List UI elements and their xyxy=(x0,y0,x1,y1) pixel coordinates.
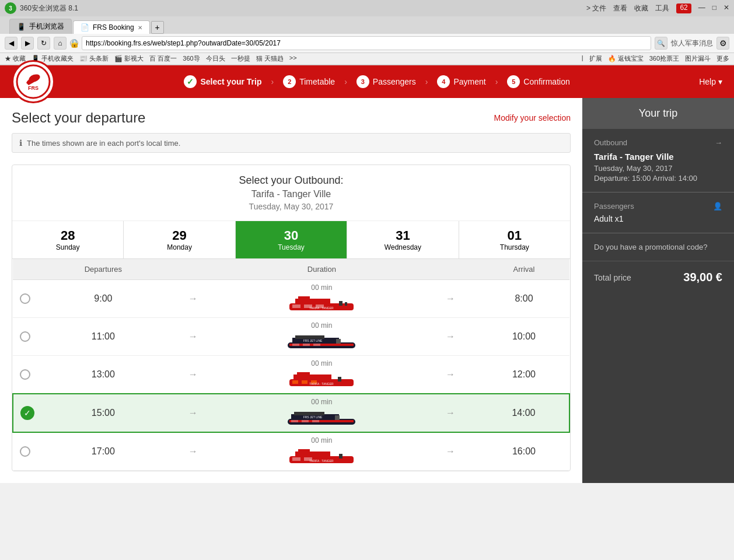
adult-count: Adult x1 xyxy=(594,214,722,223)
depart-time-5: 17:00 xyxy=(41,432,165,471)
date-tab-29[interactable]: 29 Monday xyxy=(124,221,235,258)
address-bar[interactable] xyxy=(82,36,651,50)
step-navigation: ✓ Select your Trip › 2 Timetable › 3 Pas… xyxy=(55,75,699,88)
radio-3[interactable] xyxy=(13,356,41,394)
svg-rect-8 xyxy=(292,304,300,308)
bookmark-baidu[interactable]: 百 百度一 xyxy=(149,54,177,63)
menu-item-file[interactable]: > 文件 xyxy=(586,4,606,13)
window-minimize[interactable]: — xyxy=(698,4,705,13)
schedule-row-5[interactable]: 17:00 → 00 min xyxy=(13,432,569,471)
menu-item-favorites[interactable]: 收藏 xyxy=(634,4,648,13)
frs-logo[interactable]: FRS xyxy=(12,60,55,103)
check-button-4[interactable]: ✓ xyxy=(20,406,34,420)
info-icon: ℹ xyxy=(19,138,22,148)
radio-button-2[interactable] xyxy=(20,331,30,342)
svg-text:FRS JET LINE: FRS JET LINE xyxy=(303,339,323,342)
extension-item[interactable]: 扩展 xyxy=(589,54,602,63)
bookmark-jinrih[interactable]: 今日头 xyxy=(206,54,225,63)
step-2-label: Timetable xyxy=(299,77,335,86)
arrive-time-1: 8:00 xyxy=(478,280,569,318)
tab-label-frs: FRS Booking xyxy=(93,23,134,32)
arrow-2: → xyxy=(165,318,221,356)
radio-4[interactable]: ✓ xyxy=(13,394,41,432)
schedule-row-3[interactable]: 13:00 → 00 min xyxy=(13,356,569,394)
date-num-30: 30 xyxy=(240,228,342,243)
schedule-row-1[interactable]: 9:00 → 00 min xyxy=(13,280,569,318)
arrow-arr-3: → xyxy=(422,356,478,394)
ferry-image-2: FRS JET LINE xyxy=(286,331,356,352)
step-5[interactable]: 5 Confirmation xyxy=(500,75,576,88)
browser-logo: 3 xyxy=(5,2,16,14)
svg-text:FRS JET LINE: FRS JET LINE xyxy=(303,415,323,419)
bookmark-360[interactable]: 360导 xyxy=(183,54,200,63)
date-tab-30[interactable]: 30 Tuesday xyxy=(236,221,347,258)
radio-5[interactable] xyxy=(13,432,41,471)
arrow-arr-4: → xyxy=(422,394,478,432)
step-divider-2: › xyxy=(344,77,347,86)
date-tab-28[interactable]: 28 Sunday xyxy=(12,221,124,258)
help-button[interactable]: Help ▾ xyxy=(699,77,722,86)
date-tab-01[interactable]: 01 Thursday xyxy=(459,221,570,258)
bookmark-yimiao[interactable]: 一秒提 xyxy=(231,54,250,63)
arrive-time-4: 14:00 xyxy=(478,394,569,432)
step-3[interactable]: 3 Passengers xyxy=(349,75,423,88)
schedule-row-4[interactable]: ✓ 15:00 → 00 min xyxy=(13,394,569,432)
date-num-01: 01 xyxy=(464,228,565,243)
step-4[interactable]: 4 Payment xyxy=(430,75,492,88)
step-1-circle: ✓ xyxy=(184,75,197,88)
svg-rect-18 xyxy=(292,344,299,346)
svg-rect-37 xyxy=(312,420,319,422)
schedule-row-2[interactable]: 11:00 → 00 min xyxy=(13,318,569,356)
refresh-button[interactable]: ↻ xyxy=(37,37,50,50)
date-tab-31[interactable]: 31 Wednesday xyxy=(347,221,459,258)
search-engine-btn[interactable]: 🔍 xyxy=(655,37,667,50)
radio-button-3[interactable] xyxy=(20,369,30,380)
svg-rect-23 xyxy=(297,372,310,376)
radio-1[interactable] xyxy=(13,280,41,318)
radio-button-1[interactable] xyxy=(20,293,30,304)
arrow-4: → xyxy=(165,394,221,432)
step-2[interactable]: 2 Timetable xyxy=(276,75,342,88)
svg-rect-40 xyxy=(298,449,310,453)
main-content: Select your departure Modify your select… xyxy=(0,98,734,483)
tab-count-badge: 62 xyxy=(676,4,691,13)
duration-cell-5: 00 min TARIFA · TANGER xyxy=(221,432,422,471)
new-tab-button[interactable]: + xyxy=(151,21,164,34)
step-1-label: Select your Trip xyxy=(200,77,261,86)
bookmark-tianmao[interactable]: 猫 天猫趋 xyxy=(256,54,284,63)
more-item[interactable]: 更多 xyxy=(716,54,729,63)
menu-item-tools[interactable]: 工具 xyxy=(655,4,669,13)
menu-item-view[interactable]: 查看 xyxy=(613,4,627,13)
bookmark-more[interactable]: >> xyxy=(289,54,297,63)
home-button[interactable]: ⌂ xyxy=(54,37,67,50)
window-restore[interactable]: □ xyxy=(712,4,716,13)
svg-rect-24 xyxy=(338,377,341,382)
bookmark-video[interactable]: 🎬 影视大 xyxy=(114,54,144,63)
ticket-item[interactable]: 360抢票王 xyxy=(649,54,679,63)
ferry-image-4: FRS JET LINE xyxy=(286,407,356,428)
info-text: The times shown are in each port's local… xyxy=(27,139,180,148)
cashback-item[interactable]: 🔥 返钱宝宝 xyxy=(608,54,644,63)
modify-selection-link[interactable]: Modify your selection xyxy=(494,113,571,123)
tab-frs-booking[interactable]: 📄 FRS Booking ✕ xyxy=(73,20,150,34)
back-button[interactable]: ◀ xyxy=(5,37,18,50)
arrow-arr-2: → xyxy=(422,318,478,356)
window-close[interactable]: ✕ xyxy=(723,4,729,13)
ferry-image-3: TARIFA · TANGER xyxy=(286,369,356,390)
step-5-circle: 5 xyxy=(507,75,520,88)
promo-text: Do you have a promotional code? xyxy=(594,243,722,251)
ferry-image-5: TARIFA · TANGER xyxy=(286,446,356,467)
image-item[interactable]: 图片漏斗 xyxy=(685,54,711,63)
duration-cell-3: 00 min TARIFA xyxy=(221,356,422,394)
tab-mobile-browser[interactable]: 📱 手机浏览器 xyxy=(9,19,72,34)
tab-close-btn[interactable]: ✕ xyxy=(138,24,142,31)
date-name-31: Wednesday xyxy=(352,243,453,251)
depart-time-4: 15:00 xyxy=(41,394,165,432)
bookmark-toutiao[interactable]: 📰 头条新 xyxy=(79,54,109,63)
radio-button-5[interactable] xyxy=(20,446,30,457)
step-1[interactable]: ✓ Select your Trip xyxy=(177,75,268,88)
radio-2[interactable] xyxy=(13,318,41,356)
forward-button[interactable]: ▶ xyxy=(21,37,34,50)
settings-search-btn[interactable]: ⚙ xyxy=(716,37,729,50)
selection-header: Select your Outbound: Tarifa - Tanger Vi… xyxy=(12,165,570,221)
